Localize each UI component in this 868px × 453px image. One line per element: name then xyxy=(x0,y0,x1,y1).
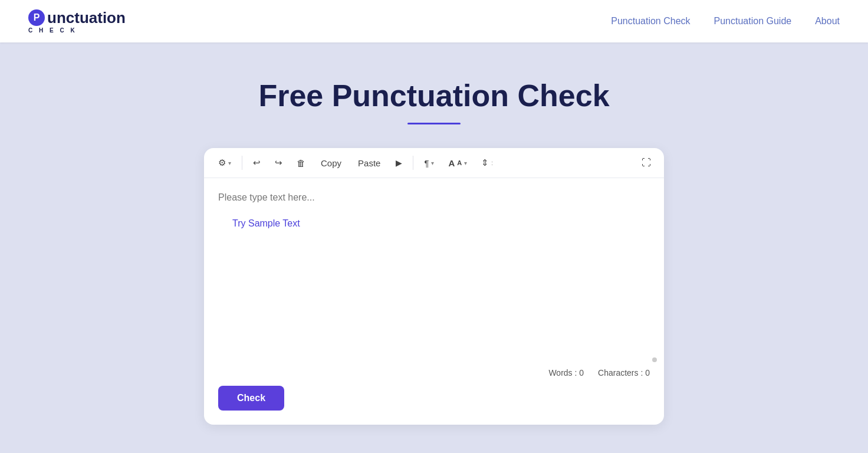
logo-name-text: unctuation xyxy=(47,10,126,25)
try-sample-link[interactable]: Try Sample Text xyxy=(232,218,300,229)
font-size-icon-small: A xyxy=(457,159,462,166)
paragraph-icon: ¶ xyxy=(424,158,429,168)
spacing-chevron-icon: : xyxy=(491,160,493,166)
redo-icon: ↪ xyxy=(275,157,282,168)
title-underline xyxy=(407,123,461,124)
logo-sub-text: C H E C K xyxy=(28,27,77,34)
chars-stat: Characters : 0 xyxy=(598,368,650,378)
fullscreen-button[interactable]: ⛶ xyxy=(637,154,656,172)
logo[interactable]: P unctuation C H E C K xyxy=(28,9,126,34)
words-label: Words : xyxy=(548,368,577,378)
settings-chevron-icon: ▾ xyxy=(228,160,231,166)
paste-button[interactable]: Paste xyxy=(351,155,387,172)
fullscreen-icon: ⛶ xyxy=(642,157,651,168)
settings-button[interactable]: ⚙ ▾ xyxy=(212,154,237,172)
play-button[interactable]: ▶ xyxy=(390,155,408,171)
paragraph-button[interactable]: ¶ ▾ xyxy=(418,155,440,172)
words-stat: Words : 0 xyxy=(548,368,584,378)
copy-button[interactable]: Copy xyxy=(314,155,348,172)
chars-count: 0 xyxy=(645,368,650,378)
words-count: 0 xyxy=(579,368,584,378)
redo-button[interactable]: ↪ xyxy=(269,154,288,172)
toolbar-divider-2 xyxy=(413,156,413,170)
text-area-container: Please type text here... Try Sample Text xyxy=(204,178,664,355)
trash-icon: 🗑 xyxy=(297,158,305,168)
main-nav: Punctuation Check Punctuation Guide Abou… xyxy=(611,16,840,27)
editor-card: ⚙ ▾ ↩ ↪ 🗑 Copy Paste ▶ ¶ ▾ xyxy=(204,148,664,425)
nav-punctuation-guide[interactable]: Punctuation Guide xyxy=(714,16,792,27)
nav-punctuation-check[interactable]: Punctuation Check xyxy=(611,16,690,27)
stats-row: Words : 0 Characters : 0 xyxy=(204,363,664,386)
undo-icon: ↩ xyxy=(253,157,261,168)
main-content: Free Punctuation Check ⚙ ▾ ↩ ↪ 🗑 Copy Pa… xyxy=(0,42,868,448)
paragraph-chevron-icon: ▾ xyxy=(431,160,434,166)
check-button[interactable]: Check xyxy=(218,386,284,411)
play-icon: ▶ xyxy=(396,158,402,168)
toolbar: ⚙ ▾ ↩ ↪ 🗑 Copy Paste ▶ ¶ ▾ xyxy=(204,148,664,178)
check-row: Check xyxy=(204,386,664,425)
toolbar-divider-1 xyxy=(242,156,242,170)
settings-icon: ⚙ xyxy=(218,157,226,168)
resize-handle[interactable] xyxy=(652,357,657,362)
undo-button[interactable]: ↩ xyxy=(247,154,267,172)
text-input[interactable] xyxy=(204,178,664,355)
resize-handle-row xyxy=(204,355,664,363)
delete-button[interactable]: 🗑 xyxy=(291,155,311,172)
page-title: Free Punctuation Check xyxy=(258,78,609,113)
nav-about[interactable]: About xyxy=(815,16,840,27)
spacing-button[interactable]: ⇕ : xyxy=(475,154,499,172)
logo-icon: P xyxy=(28,9,45,26)
font-size-chevron-icon: ▾ xyxy=(464,160,467,166)
font-size-button[interactable]: AA ▾ xyxy=(442,155,473,172)
site-header: P unctuation C H E C K Punctuation Check… xyxy=(0,0,868,42)
spacing-icon: ⇕ xyxy=(481,157,489,168)
logo-brand: P unctuation xyxy=(28,9,126,26)
chars-label: Characters : xyxy=(598,368,643,378)
font-size-icon: A xyxy=(448,158,455,168)
